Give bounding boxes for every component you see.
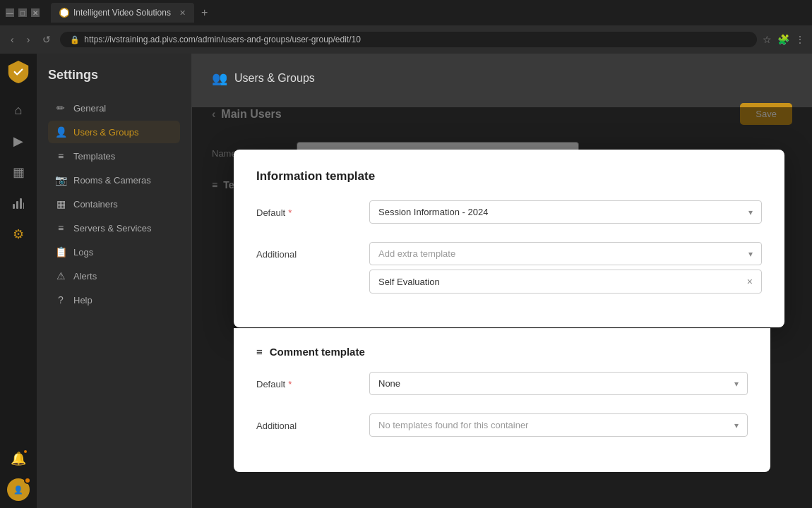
browser-nav-icons: ☆ 🧩 ⋮	[763, 34, 805, 45]
sidebar-item-general[interactable]: ✏ General	[48, 97, 180, 119]
window-controls: — □ ✕	[6, 8, 40, 17]
svg-rect-0	[13, 204, 15, 209]
comment-additional-value: No templates found for this container	[378, 420, 528, 430]
modal-overlay: Information template Default * Session I…	[192, 107, 812, 508]
users-groups-icon: 👤	[55, 126, 66, 138]
browser-nav: ‹ › ↺ 🔒 https://ivstraining.ad.pivs.com/…	[0, 25, 812, 54]
sidebar-item-servers[interactable]: ≡ Servers & Services	[48, 217, 180, 239]
default-label: Default *	[256, 200, 369, 218]
comment-default-label: Default *	[256, 372, 369, 389]
svg-rect-3	[23, 202, 24, 209]
menu-icon[interactable]: ⋮	[795, 34, 805, 45]
comment-default-select[interactable]: None ▾	[369, 372, 748, 395]
icon-nav-notifications[interactable]: 🔔	[4, 445, 32, 473]
page-header: 👥 Users & Groups	[212, 71, 792, 86]
comment-additional-label: Additional	[256, 413, 369, 431]
sidebar-item-servers-label: Servers & Services	[73, 223, 152, 234]
sidebar-item-templates[interactable]: ≡ Templates	[48, 145, 180, 167]
additional-label: Additional	[256, 242, 369, 260]
sidebar-item-users-groups[interactable]: 👤 Users & Groups	[48, 121, 180, 143]
svg-rect-1	[16, 201, 18, 209]
sidebar-item-logs-label: Logs	[73, 247, 93, 258]
address-bar[interactable]: 🔒 https://ivstraining.ad.pivs.com/admin/…	[60, 32, 757, 47]
logs-icon: 📋	[55, 246, 66, 258]
default-select[interactable]: Session Information - 2024 ▾	[369, 200, 762, 224]
modal-title: Information template	[256, 169, 762, 183]
help-icon: ?	[55, 294, 66, 306]
default-select-value: Session Information - 2024	[378, 207, 488, 217]
icon-nav-settings[interactable]: ⚙	[4, 220, 32, 248]
sidebar-item-rooms-cameras[interactable]: 📷 Rooms & Cameras	[48, 169, 180, 191]
tab-favicon	[59, 8, 69, 18]
sidebar-item-alerts[interactable]: ⚠ Alerts	[48, 265, 180, 287]
sidebar-item-general-label: General	[73, 103, 106, 114]
additional-placeholder: Add extra template	[378, 248, 455, 259]
user-avatar[interactable]: 👤	[7, 478, 30, 501]
tag-remove-button[interactable]: ×	[747, 276, 753, 287]
additional-field: Add extra template ▾ Self Evaluation ×	[369, 242, 762, 294]
svg-rect-2	[20, 198, 22, 209]
additional-select[interactable]: Add extra template ▾	[369, 242, 762, 265]
comment-additional-field: No templates found for this container ▾	[369, 413, 748, 441]
general-icon: ✏	[55, 102, 66, 114]
sidebar-item-users-groups-label: Users & Groups	[73, 127, 138, 138]
rooms-icon: 📷	[55, 174, 66, 186]
icon-sidebar-bottom: 🔔 👤	[4, 445, 32, 501]
page-header-title: Users & Groups	[234, 72, 315, 85]
extensions-icon[interactable]: 🧩	[777, 34, 789, 45]
comment-template-title: Comment template	[270, 346, 365, 358]
bookmark-icon[interactable]: ☆	[763, 34, 772, 45]
browser-titlebar: — □ ✕ Intelligent Video Solutions ✕ +	[0, 0, 812, 25]
page-header-icon: 👥	[212, 71, 227, 86]
sidebar-item-containers-label: Containers	[73, 199, 118, 210]
tab-title: Intelligent Video Solutions	[73, 8, 171, 18]
comment-template-icon: ≡	[256, 346, 263, 358]
back-nav-button[interactable]: ‹	[7, 32, 18, 47]
comment-template-header: ≡ Comment template	[256, 346, 748, 358]
sidebar-item-help-label: Help	[73, 295, 92, 306]
sidebar-item-alerts-label: Alerts	[73, 271, 97, 282]
main-content: 👥 Users & Groups ‹ Main Users Save Name …	[192, 54, 812, 508]
sidebar-item-containers[interactable]: ▦ Containers	[48, 193, 180, 215]
alerts-icon: ⚠	[55, 270, 66, 282]
comment-additional-chevron-icon: ▾	[734, 421, 739, 430]
app-logo	[6, 59, 31, 85]
sidebar-item-templates-label: Templates	[73, 151, 115, 162]
maximize-button[interactable]: □	[18, 8, 27, 17]
browser-tab-active[interactable]: Intelligent Video Solutions ✕	[51, 3, 194, 23]
icon-nav-video[interactable]: ▶	[4, 127, 32, 155]
templates-icon: ≡	[55, 150, 66, 162]
tag-value: Self Evaluation	[378, 277, 440, 287]
icon-nav-grid[interactable]: ▦	[4, 158, 32, 186]
comment-default-value: None	[378, 378, 400, 389]
avatar-initials: 👤	[13, 485, 23, 495]
notification-badge	[23, 449, 28, 454]
close-button[interactable]: ✕	[31, 8, 40, 17]
lock-icon: 🔒	[70, 35, 80, 44]
tab-close-icon[interactable]: ✕	[179, 8, 186, 18]
settings-title: Settings	[48, 68, 180, 83]
default-field: Session Information - 2024 ▾	[369, 200, 762, 228]
comment-additional-select[interactable]: No templates found for this container ▾	[369, 413, 748, 437]
comment-template-section: ≡ Comment template Default * None ▾	[234, 328, 770, 472]
sidebar-item-logs[interactable]: 📋 Logs	[48, 241, 180, 263]
self-evaluation-tag: Self Evaluation ×	[369, 270, 762, 294]
forward-nav-button[interactable]: ›	[23, 32, 34, 47]
refresh-nav-button[interactable]: ↺	[39, 32, 54, 47]
tab-bar: Intelligent Video Solutions ✕ +	[51, 3, 806, 23]
comment-additional-row: Additional No templates found for this c…	[256, 413, 748, 441]
default-required-star: *	[288, 207, 292, 218]
sidebar-item-help[interactable]: ? Help	[48, 289, 180, 311]
icon-nav-home[interactable]: ⌂	[4, 96, 32, 124]
avatar-badge	[24, 477, 31, 484]
settings-sidebar: Settings ✏ General 👤 Users & Groups ≡ Te…	[37, 54, 192, 508]
comment-default-row: Default * None ▾	[256, 372, 748, 399]
minimize-button[interactable]: —	[6, 8, 14, 17]
new-tab-button[interactable]: +	[197, 6, 212, 19]
additional-field-row: Additional Add extra template ▾ Self Eva…	[256, 242, 762, 294]
sidebar-item-rooms-cameras-label: Rooms & Cameras	[73, 175, 151, 186]
icon-nav-analytics[interactable]	[4, 189, 32, 217]
default-select-chevron-icon: ▾	[748, 207, 753, 217]
url-text: https://ivstraining.ad.pivs.com/admin/us…	[84, 35, 361, 44]
servers-icon: ≡	[55, 222, 66, 234]
